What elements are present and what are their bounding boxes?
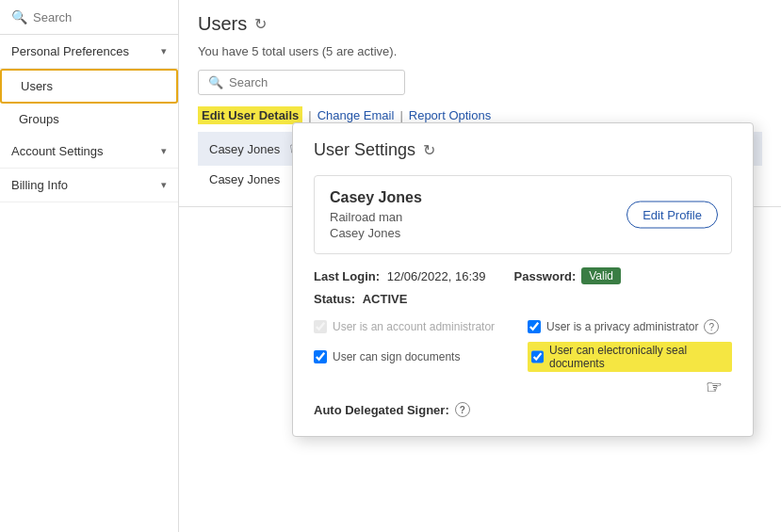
search-icon-users: 🔍: [208, 75, 223, 89]
settings-title: User Settings ↻: [314, 140, 732, 160]
settings-title-text: User Settings: [314, 140, 415, 160]
checkbox-privacy-admin: User is a privacy administrator ?: [528, 319, 732, 334]
auto-delegate-row: Auto Delegated Signer: ?: [314, 402, 732, 417]
sidebar: 🔍 Personal Preferences ▾ Users Groups Ac…: [0, 0, 179, 532]
checkbox-sign-docs-label: User can sign documents: [333, 350, 460, 363]
password-section: Password: Valid: [514, 267, 622, 284]
auto-delegate-label: Auto Delegated Signer:: [314, 403, 449, 417]
edit-profile-button[interactable]: Edit Profile: [626, 202, 718, 229]
checkbox-account-admin: User is an account administrator: [314, 319, 518, 334]
separator-2: |: [399, 108, 402, 122]
users-search-input[interactable]: [229, 75, 395, 89]
checkbox-account-admin-input: [314, 320, 327, 333]
sidebar-section-billing-info-label: Billing Info: [11, 178, 68, 192]
chevron-down-icon-billing: ▾: [161, 179, 167, 191]
users-search-bar[interactable]: 🔍: [198, 70, 405, 95]
sidebar-search-bar[interactable]: 🔍: [0, 0, 178, 35]
sidebar-section-billing-info[interactable]: Billing Info ▾: [0, 169, 178, 202]
sidebar-section-account-settings-label: Account Settings: [11, 144, 104, 158]
checkbox-electronic-seal: User can electronically seal documents: [528, 342, 732, 372]
users-title: Users: [198, 13, 247, 35]
checkbox-privacy-admin-input[interactable]: [528, 320, 541, 333]
refresh-icon[interactable]: ↻: [254, 15, 267, 33]
help-icon-auto-delegate[interactable]: ?: [455, 402, 470, 417]
user-name-1: Casey Jones: [209, 142, 280, 156]
chevron-down-icon: ▾: [161, 45, 167, 57]
status-value: ACTIVE: [363, 292, 408, 306]
checkbox-sign-docs-input[interactable]: [314, 350, 327, 363]
checkbox-electronic-seal-input[interactable]: [531, 350, 544, 363]
user-info-card: Casey Jones Railroad man Casey Jones Edi…: [314, 175, 732, 254]
search-icon: 🔍: [11, 9, 27, 24]
user-name-2: Casey Jones: [209, 172, 280, 186]
panel-title: Users ↻: [198, 13, 762, 35]
checkbox-privacy-admin-label: User is a privacy administrator: [546, 320, 698, 333]
password-status: Valid: [581, 267, 621, 284]
info-row-login: Last Login: 12/06/2022, 16:39 Password: …: [314, 267, 732, 284]
checkbox-electronic-seal-label: User can electronically seal documents: [549, 344, 728, 370]
checkbox-account-admin-label: User is an account administrator: [333, 320, 495, 333]
chevron-down-icon-account: ▾: [161, 145, 167, 157]
password-label: Password:: [514, 269, 577, 283]
sidebar-section-account-settings[interactable]: Account Settings ▾: [0, 135, 178, 169]
sidebar-item-groups-label: Groups: [19, 112, 59, 126]
main-content: Users ↻ You have 5 total users (5 are ac…: [179, 0, 781, 532]
edit-user-details-link[interactable]: Edit User Details: [198, 106, 302, 124]
sidebar-item-users[interactable]: Users: [0, 69, 178, 104]
status-label: Status:: [314, 292, 355, 306]
sidebar-item-groups[interactable]: Groups: [0, 104, 178, 135]
settings-refresh-icon[interactable]: ↻: [423, 141, 435, 159]
sidebar-section-personal-preferences[interactable]: Personal Preferences ▾: [0, 35, 178, 69]
cursor-pointer-icon: ☞: [706, 378, 723, 396]
checkboxes-grid: User is an account administrator User is…: [314, 319, 732, 372]
users-count: You have 5 total users (5 are active).: [198, 44, 762, 58]
last-login-label: Last Login: 12/06/2022, 16:39: [314, 269, 486, 283]
app-container: 🔍 Personal Preferences ▾ Users Groups Ac…: [0, 0, 781, 532]
separator-1: |: [308, 108, 311, 122]
sidebar-section-personal-preferences-label: Personal Preferences: [11, 44, 129, 58]
sidebar-item-users-label: Users: [21, 79, 53, 93]
user-settings-panel: User Settings ↻ Casey Jones Railroad man…: [292, 122, 754, 437]
last-login-value: 12/06/2022, 16:39: [387, 269, 486, 283]
status-row: Status: ACTIVE: [314, 292, 732, 306]
help-icon-privacy[interactable]: ?: [704, 319, 719, 334]
sidebar-search-input[interactable]: [33, 10, 167, 24]
checkbox-sign-docs: User can sign documents: [314, 342, 518, 372]
